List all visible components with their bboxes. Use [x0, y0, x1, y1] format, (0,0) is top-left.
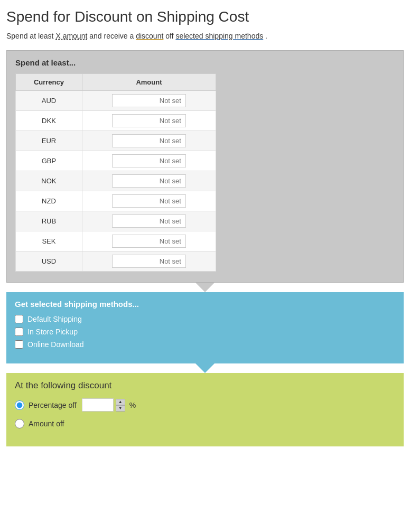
shipping-option-in_store_pickup: In Store Pickup [15, 328, 395, 336]
currency-cell: AUD [16, 91, 82, 111]
radio-label-amount_off: Amount off [29, 419, 64, 428]
currency-cell: NOK [16, 171, 82, 191]
amount-input-aud[interactable] [112, 94, 186, 107]
radio-label-percentage_off: Percentage off [29, 401, 77, 409]
desc-discount: discount [136, 32, 163, 40]
table-row: EUR [16, 131, 216, 151]
discount-options: Percentage off▲▼%Amount off [15, 398, 395, 428]
checkbox-in_store_pickup[interactable] [15, 328, 23, 336]
shipping-option-online_download: Online Download [15, 340, 395, 349]
currency-cell: USD [16, 251, 82, 272]
table-row: RUB [16, 211, 216, 231]
page-description: Spend at least X amount and receive a di… [6, 31, 404, 42]
amount-input-usd[interactable] [112, 255, 186, 268]
currency-cell: NZD [16, 191, 82, 211]
amount-input-nzd[interactable] [112, 194, 186, 208]
table-row: AUD [16, 91, 216, 111]
table-row: DKK [16, 111, 216, 131]
discount-section-title: At the following discount [15, 380, 395, 391]
amount-cell [82, 231, 216, 251]
amount-cell [82, 111, 216, 131]
shipping-section-title: Get selected shipping methods... [15, 300, 395, 309]
radio-percentage_off[interactable] [15, 400, 24, 410]
desc-amount: X amount [55, 32, 87, 40]
amount-cell [82, 251, 216, 272]
amount-cell [82, 151, 216, 171]
table-header-row: Currency Amount [16, 74, 216, 91]
desc-text-middle: and receive a [89, 32, 136, 40]
table-row: NZD [16, 191, 216, 211]
col-currency-header: Currency [16, 74, 82, 91]
spinner-wrap: ▲▼ [116, 399, 125, 412]
amount-input-gbp[interactable] [112, 154, 186, 167]
page-title: Spend for Discount on Shipping Cost [6, 8, 404, 25]
checkbox-online_download[interactable] [15, 340, 23, 349]
desc-text-after: off [165, 32, 175, 40]
currency-cell: DKK [16, 111, 82, 131]
section-shipping: Get selected shipping methods... Default… [6, 292, 404, 363]
table-row: GBP [16, 151, 216, 171]
percentage-input[interactable] [82, 398, 114, 412]
currency-table: Currency Amount AUDDKKEURGBPNOKNZDRUBSEK… [15, 73, 216, 272]
checkbox-default_shipping[interactable] [15, 315, 23, 323]
currency-cell: EUR [16, 131, 82, 151]
page-container: Spend for Discount on Shipping Cost Spen… [0, 0, 410, 455]
amount-cell [82, 131, 216, 151]
currency-cell: GBP [16, 151, 82, 171]
amount-cell [82, 91, 216, 111]
amount-cell [82, 211, 216, 231]
section-discount: At the following discount Percentage off… [6, 373, 404, 446]
amount-input-nok[interactable] [112, 174, 186, 188]
table-row: SEK [16, 231, 216, 251]
spend-section-title: Spend at least... [15, 58, 395, 67]
amount-cell [82, 191, 216, 211]
amount-input-dkk[interactable] [112, 114, 186, 127]
spinner-down-button[interactable]: ▼ [116, 405, 125, 412]
amount-input-sek[interactable] [112, 235, 186, 248]
discount-option-percentage_off: Percentage off▲▼% [15, 398, 395, 412]
desc-shipping: selected shipping methods [175, 32, 263, 40]
currency-cell: RUB [16, 211, 82, 231]
table-row: NOK [16, 171, 216, 191]
section-spend: Spend at least... Currency Amount AUDDKK… [6, 50, 404, 283]
amount-cell [82, 171, 216, 191]
discount-option-amount_off: Amount off [15, 419, 395, 428]
percent-label: % [129, 401, 136, 409]
currency-cell: SEK [16, 231, 82, 251]
amount-input-eur[interactable] [112, 134, 186, 147]
amount-input-rub[interactable] [112, 214, 186, 228]
shipping-option-default_shipping: Default Shipping [15, 315, 395, 323]
percentage-input-wrap: ▲▼% [82, 398, 136, 412]
label-default_shipping: Default Shipping [27, 315, 82, 323]
desc-text-end: . [265, 32, 267, 40]
shipping-options: Default ShippingIn Store PickupOnline Do… [15, 315, 395, 349]
arrow-connector-1 [195, 283, 215, 292]
arrow-connector-2 [195, 363, 215, 373]
label-in_store_pickup: In Store Pickup [27, 328, 78, 336]
desc-text-before: Spend at least [6, 32, 55, 40]
label-online_download: Online Download [27, 340, 84, 349]
radio-amount_off[interactable] [15, 419, 24, 428]
spinner-up-button[interactable]: ▲ [116, 399, 125, 405]
col-amount-header: Amount [82, 74, 216, 91]
table-row: USD [16, 251, 216, 272]
